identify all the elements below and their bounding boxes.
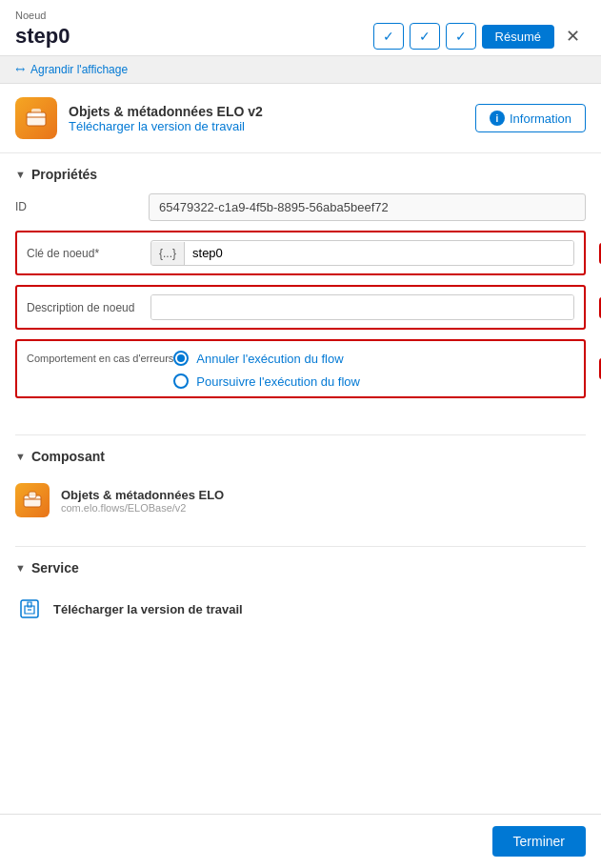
radio-annuler-circle [173,351,189,366]
expand-icon: ⤢ [12,62,29,78]
radio-annuler-label: Annuler l'exécution du flow [196,352,343,366]
footer: Terminer [0,814,601,868]
cle-input-wrap: {...} [150,240,574,266]
composant-section: ▼ Composant Objets & métadonnées ELO com… [0,414,601,525]
plugin-name: Objets & métadonnées ELO v2 [69,104,263,119]
service-section: ▼ Service Télécharger la version de trav… [0,525,601,688]
divider-2 [15,546,586,547]
page-title: step0 [15,24,70,49]
chevron-down-icon: ▼ [15,169,26,180]
behavior-field: Comportement en cas d'erreurs Annuler l'… [15,339,586,398]
svg-rect-8 [21,600,38,617]
resume-button[interactable]: Résumé [482,25,554,49]
check-step-3[interactable]: ✓ [446,23,476,50]
service-icon [15,595,44,623]
radio-annuler[interactable]: Annuler l'exécution du flow [173,351,360,366]
comp-name: Objets & métadonnées ELO [61,488,224,502]
desc-input[interactable] [151,295,573,319]
info-icon: i [490,111,505,126]
comp-path: com.elo.flows/ELOBase/v2 [61,502,224,514]
expand-label: Agrandir l'affichage [30,63,128,76]
service-chevron-icon: ▼ [15,562,26,574]
close-button[interactable]: ✕ [560,24,586,49]
composant-title: Composant [31,449,105,464]
behavior-label: Comportement en cas d'erreurs [27,349,173,364]
main-content: Objets & métadonnées ELO v2 Télécharger … [0,84,601,814]
radio-poursuivre[interactable]: Poursuivre l'exécution du flow [173,373,360,389]
cle-label: Clé de noeud* [27,247,150,260]
check-step-2[interactable]: ✓ [410,23,440,50]
radio-group: Annuler l'exécution du flow Poursuivre l… [173,349,360,389]
radio-poursuivre-circle [173,373,189,389]
composant-chevron-icon: ▼ [15,451,26,462]
service-name: Télécharger la version de travail [53,602,243,616]
composant-text: Objets & métadonnées ELO com.elo.flows/E… [61,488,224,514]
header: Noeud step0 ✓ ✓ ✓ Résumé ✕ [0,0,601,56]
id-input[interactable] [149,193,586,221]
cle-noeud-field: Clé de noeud* {...} [15,231,586,275]
id-label: ID [15,193,149,213]
plugin-text: Objets & métadonnées ELO v2 Télécharger … [69,104,263,133]
composant-item: Objets & métadonnées ELO com.elo.flows/E… [15,475,586,525]
radio-poursuivre-label: Poursuivre l'exécution du flow [196,374,360,389]
info-button[interactable]: i Information [475,104,586,132]
composant-header[interactable]: ▼ Composant [15,449,586,464]
check-step-1[interactable]: ✓ [373,23,404,50]
desc-noeud-field: Description de noeud [15,285,586,330]
expand-bar[interactable]: ⤢ Agrandir l'affichage [0,56,601,84]
proprietes-title: Propriétés [31,167,97,182]
proprietes-section: ▼ Propriétés ID Clé de noeud* {...} [0,153,601,398]
terminer-button[interactable]: Terminer [492,826,586,857]
desc-label: Description de noeud [27,301,150,314]
composant-icon [15,483,50,517]
plugin-subname: Télécharger la version de travail [69,119,263,133]
id-value [149,193,586,221]
cle-input[interactable] [185,241,573,265]
noeud-label: Noeud [15,10,586,21]
service-item: Télécharger la version de travail [15,587,586,631]
cle-prefix[interactable]: {...} [151,242,185,265]
desc-input-wrap [150,294,574,320]
header-actions: ✓ ✓ ✓ Résumé ✕ [373,23,586,50]
plugin-icon [15,97,57,139]
plugin-header: Objets & métadonnées ELO v2 Télécharger … [0,84,601,153]
service-title: Service [31,560,79,575]
plugin-info: Objets & métadonnées ELO v2 Télécharger … [15,97,263,139]
divider-1 [15,434,586,435]
service-header[interactable]: ▼ Service [15,560,586,575]
proprietes-header[interactable]: ▼ Propriétés [15,167,586,182]
svg-rect-6 [29,492,36,498]
id-row: ID [15,193,586,221]
